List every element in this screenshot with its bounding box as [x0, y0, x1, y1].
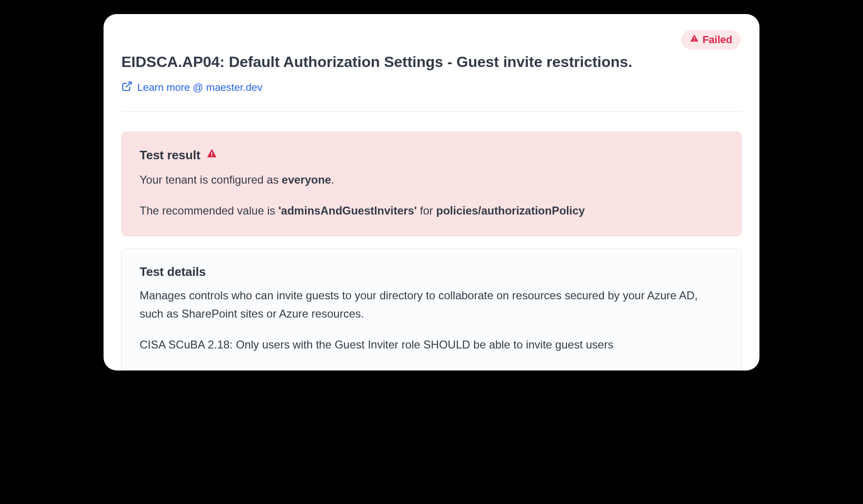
- test-details-heading: Test details: [140, 265, 723, 279]
- policy-path: policies/authorizationPolicy: [436, 204, 585, 217]
- warning-icon: [690, 34, 699, 46]
- svg-rect-3: [211, 152, 212, 155]
- text: Your tenant is configured as: [140, 173, 282, 186]
- test-details-box: Test details Manages controls who can in…: [121, 248, 742, 370]
- text: The recommended value is: [140, 204, 278, 217]
- learn-more-text: Learn more @ maester.dev: [137, 82, 262, 94]
- divider: [121, 111, 742, 112]
- svg-rect-0: [694, 37, 695, 39]
- test-result-heading: Test result: [140, 148, 723, 163]
- test-details-body: Manages controls who can invite guests t…: [140, 287, 723, 354]
- svg-line-2: [126, 82, 131, 87]
- external-link-icon: [121, 81, 133, 95]
- test-result-heading-text: Test result: [140, 148, 201, 163]
- svg-rect-4: [211, 155, 212, 156]
- text: for: [417, 204, 436, 217]
- report-card: Failed EIDSCA.AP04: Default Authorizatio…: [104, 14, 759, 371]
- test-result-body: Your tenant is configured as everyone. T…: [140, 171, 723, 220]
- config-value: everyone: [282, 173, 331, 186]
- result-line-1: Your tenant is configured as everyone.: [140, 171, 723, 189]
- test-result-box: Test result Your tenant is configured as…: [121, 132, 742, 237]
- status-label: Failed: [702, 34, 732, 46]
- details-paragraph: CISA SCuBA 2.18: Only users with the Gue…: [140, 336, 723, 354]
- details-paragraph: Manages controls who can invite guests t…: [140, 287, 723, 323]
- warning-icon: [206, 148, 217, 163]
- text: .: [331, 173, 335, 186]
- recommended-value: 'adminsAndGuestInviters': [278, 204, 417, 217]
- learn-more-link[interactable]: Learn more @ maester.dev: [121, 81, 262, 95]
- page-title: EIDSCA.AP04: Default Authorization Setti…: [121, 52, 742, 72]
- status-badge: Failed: [681, 30, 741, 50]
- svg-rect-1: [694, 40, 695, 41]
- result-line-2: The recommended value is 'adminsAndGuest…: [140, 202, 723, 220]
